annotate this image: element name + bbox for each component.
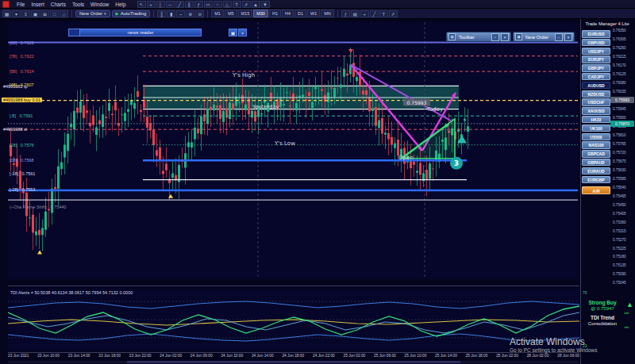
price-chart[interactable]: 3Y's HighYesterdayTodayY's LowOpen0.7599… — [8, 22, 578, 279]
pair-button-hk33[interactable]: HK33 — [582, 116, 610, 124]
candle-body — [254, 111, 256, 121]
crosshair-tool-icon[interactable]: + — [360, 10, 369, 17]
templates-icon[interactable]: ▤ — [351, 10, 360, 17]
chart-profiles-icon[interactable]: ▾ — [12, 10, 21, 17]
period-down-icon[interactable]: ▼ — [261, 1, 270, 8]
candle-body — [391, 137, 393, 145]
timeframe-h4[interactable]: H4 — [282, 10, 294, 17]
scrollbar-thumb[interactable] — [127, 361, 460, 363]
zoom-in-icon[interactable]: ⊕ — [186, 10, 194, 17]
text-icon[interactable]: T — [233, 1, 241, 8]
ellipse-icon[interactable]: ○ — [214, 1, 222, 8]
arrow-tool-icon[interactable]: ⇗ — [389, 10, 398, 17]
pair-button-usdchf[interactable]: USDCHF — [582, 98, 610, 106]
vertical-line-icon[interactable]: │ — [156, 1, 165, 8]
timeframe-m5[interactable]: M5 — [225, 10, 237, 17]
pair-button-gbpaud[interactable]: GBPAUD — [582, 159, 610, 167]
period-up-icon[interactable]: ▲ — [252, 1, 260, 8]
pair-button-nas100[interactable]: NAS100 — [582, 141, 610, 149]
pair-button-gbpusd[interactable]: GBPUSD — [582, 39, 610, 47]
text-tool-icon[interactable]: T — [379, 10, 388, 17]
timeframe-d1[interactable]: D1 — [294, 10, 306, 17]
candle-body — [171, 174, 174, 178]
indicators-icon[interactable]: ƒ — [341, 10, 350, 17]
fibonacci-icon[interactable]: ƒ — [194, 1, 203, 8]
price-axis-label: 0.75270 — [613, 238, 626, 242]
new-order-button[interactable]: New Order ▾ — [75, 10, 110, 17]
tdi-indicator-chart[interactable] — [8, 289, 579, 351]
candle-body — [241, 95, 244, 103]
signal-marks-icon: ∧∧∧ — [624, 311, 629, 315]
market-watch-icon[interactable]: ≡ — [21, 10, 30, 17]
line-chart-icon[interactable]: ~ — [176, 10, 185, 17]
data-window-icon[interactable]: ▣ — [31, 10, 40, 17]
trendline-icon[interactable]: ╱ — [175, 1, 184, 8]
terminal-icon[interactable]: □ — [50, 10, 59, 17]
arrow-icon[interactable]: ⇗ — [242, 1, 251, 8]
new-order-window[interactable]: ▣ New Order − × — [513, 32, 575, 42]
menu-file[interactable]: File — [13, 2, 28, 7]
pair-button-audusd[interactable]: AUDUSD — [582, 82, 610, 90]
pair-button-us500[interactable]: US500 — [582, 133, 610, 141]
menu-charts[interactable]: Charts — [48, 2, 69, 7]
pair-button-xauusd[interactable]: XAUUSD — [582, 107, 610, 115]
zoom-out-icon[interactable]: ⊖ — [195, 10, 204, 17]
timeframe-h1[interactable]: H1 — [269, 10, 281, 17]
horizontal-line-icon[interactable]: ─ — [166, 1, 175, 8]
pair-button-uk100[interactable]: UK100 — [582, 125, 610, 132]
candle-body — [225, 108, 228, 117]
news-popout-icon[interactable]: ▣ — [229, 29, 237, 36]
new-order-window-minimize-icon[interactable]: − — [555, 33, 563, 41]
pair-button-nzdusd[interactable]: NZDUSD — [582, 90, 610, 98]
pair-button-gbpjpy[interactable]: GBPJPY — [582, 64, 610, 72]
candle-body — [44, 212, 47, 230]
cursor-icon[interactable]: ↖ — [137, 1, 146, 8]
chart-scrollbar[interactable] — [8, 361, 578, 363]
buy-marker-icon — [168, 194, 173, 198]
timeframe-w1[interactable]: W1 — [307, 10, 320, 17]
rectangle-icon[interactable]: ▭ — [204, 1, 213, 8]
bar-chart-icon[interactable]: ║ — [157, 10, 166, 17]
pair-button-usdjpy[interactable]: USDJPY — [582, 48, 610, 56]
menu-window[interactable]: Window — [87, 2, 112, 7]
ar-button[interactable]: A/R — [582, 186, 610, 194]
candle-body — [397, 140, 399, 155]
pair-button-cadjpy[interactable]: CADJPY — [582, 73, 610, 81]
menu-tools[interactable]: Tools — [69, 2, 87, 7]
pair-button-eurgbp[interactable]: EURGBP — [582, 176, 610, 184]
navigator-icon[interactable]: ⊞ — [40, 10, 49, 17]
pair-button-eurusd[interactable]: EURUSD — [582, 30, 610, 38]
timeframe-mn[interactable]: MN — [321, 10, 334, 17]
toolbar-window-restore-icon[interactable]: ▫ — [491, 33, 499, 41]
timeframe-m30[interactable]: M30 — [253, 10, 268, 17]
candle-body — [410, 160, 412, 168]
trendline-tool-icon[interactable]: ╱ — [370, 10, 379, 17]
candle-body — [121, 115, 123, 116]
candlestick-chart-icon[interactable]: ▮ — [167, 10, 175, 17]
toolbar-window[interactable]: ▦ Toolbar ▫ × — [446, 32, 511, 42]
crosshair-icon[interactable]: + — [147, 1, 156, 8]
new-chart-icon[interactable]: ▦ — [2, 10, 11, 17]
time-axis-label: 23 Jun 2021 — [8, 354, 29, 358]
indicator-splitter[interactable] — [8, 285, 579, 286]
menu-insert[interactable]: Insert — [28, 2, 47, 7]
pair-button-eurjpy[interactable]: EURJPY — [582, 56, 610, 63]
autotrading-button[interactable]: ▶ AutoTrading — [112, 10, 151, 17]
toolbar-window-close-icon[interactable]: × — [501, 33, 509, 41]
news-close-icon[interactable]: × — [238, 29, 247, 36]
triangle-icon[interactable]: △ — [223, 1, 232, 8]
strategy-tester-icon[interactable]: ◇ — [60, 10, 68, 17]
timeframe-m1[interactable]: M1 — [211, 10, 224, 17]
timeframe-m15[interactable]: M15 — [238, 10, 253, 17]
candle-body — [371, 108, 374, 110]
menu-help[interactable]: Help — [112, 2, 129, 7]
pair-button-euraud[interactable]: EURAUD — [582, 167, 610, 175]
news-reader-bar[interactable]: news reader — [68, 29, 202, 36]
time-axis-label: 25 Jun 10:00 — [405, 354, 427, 358]
pair-button-gbpcad[interactable]: GBPCAD — [582, 150, 610, 158]
time-axis-label: 23 Jun 14:00 — [68, 354, 90, 358]
candle-body — [365, 90, 368, 95]
new-order-window-close-icon[interactable]: × — [564, 33, 572, 41]
channel-icon[interactable]: ∥ — [185, 1, 194, 8]
drag-handle-icon[interactable] — [69, 29, 80, 36]
